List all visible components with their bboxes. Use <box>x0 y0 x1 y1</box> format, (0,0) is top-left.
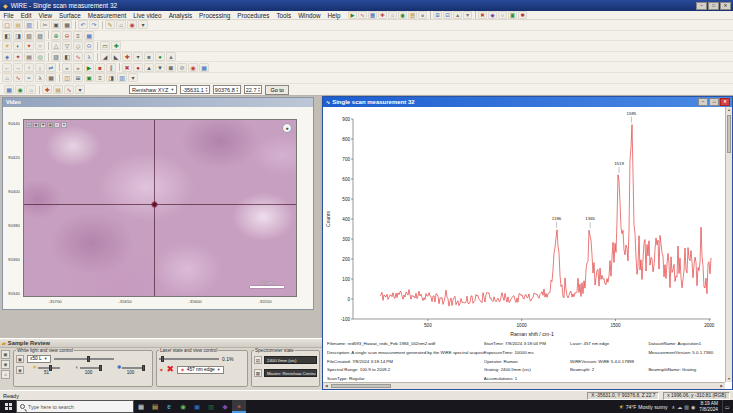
toolbar-icon[interactable]: ▶ <box>348 11 357 19</box>
video-tool-icon[interactable]: ▤ <box>26 122 32 128</box>
toolbar-icon[interactable]: ⊕ <box>51 31 61 40</box>
menu-tools[interactable]: Tools <box>273 12 295 19</box>
toolbar-icon[interactable]: ◧ <box>2 31 12 40</box>
toolbar-icon[interactable]: ▾ <box>138 20 148 29</box>
goto-button[interactable]: Go to <box>265 85 288 95</box>
toolbar-icon[interactable]: ◆ <box>488 11 497 19</box>
slider-thumb[interactable] <box>99 365 102 371</box>
notification-center-icon[interactable]: ▭ <box>722 400 731 413</box>
minimize-button[interactable]: – <box>698 98 708 106</box>
white-light-slider[interactable] <box>54 355 114 362</box>
video-tool-icon[interactable]: ▦ <box>47 122 53 128</box>
toolbar-icon[interactable]: ✦ <box>24 41 34 50</box>
spectrum-window-titlebar[interactable]: ∿ Single scan measurement 32 – □ ✕ <box>323 97 732 107</box>
toolbar-icon[interactable]: ▼ <box>155 63 165 72</box>
maximize-button[interactable]: □ <box>708 2 719 10</box>
video-tool-icon[interactable]: ⌂ <box>54 122 60 128</box>
video-window-titlebar[interactable]: Video <box>3 98 313 107</box>
toolbar-icon[interactable]: ◉ <box>398 11 407 19</box>
toolbar-icon[interactable]: ✚ <box>378 11 387 19</box>
toolbar-icon[interactable]: ▤ <box>408 11 417 19</box>
close-button[interactable]: ✕ <box>720 2 731 10</box>
vertical-scrollbar[interactable]: ▲▼ <box>725 107 732 382</box>
toolbar-icon[interactable]: ● <box>133 63 143 72</box>
coordinate-preset-dropdown[interactable]: Renishaw XYZ▼ <box>129 85 177 94</box>
toolbar-icon[interactable]: ● <box>155 52 165 61</box>
toolbar-icon[interactable]: ⊙ <box>84 41 94 50</box>
toolbar-icon[interactable]: ▲ <box>166 52 176 61</box>
app-icon[interactable]: ◆ <box>218 400 232 413</box>
toolbar-icon[interactable]: ▦ <box>199 63 209 72</box>
toolbar-icon[interactable]: ▣ <box>508 11 517 19</box>
taskbar-clock[interactable]: 8:19 AM 7/8/2024 <box>699 401 718 412</box>
wire-app-icon[interactable]: ✶ <box>232 400 246 413</box>
raman-spectrum-plot[interactable]: -100010020030040050060070080090050010001… <box>323 107 725 339</box>
weather-widget[interactable]: ☀ 74°F Mostly sunny <box>618 403 667 410</box>
toolbar-icon[interactable]: ▣ <box>51 20 61 29</box>
intensity-slider[interactable] <box>122 364 144 370</box>
toolbar-icon[interactable]: ◉ <box>127 20 137 29</box>
slider-thumb[interactable] <box>142 365 145 371</box>
toolbar-icon[interactable]: ▥ <box>117 73 127 82</box>
sample-review-header[interactable]: ▰ Sample Review <box>0 339 322 348</box>
video-tool-icon[interactable]: ◉ <box>33 122 39 128</box>
lamp-slider[interactable] <box>80 364 102 370</box>
toolbar-icon[interactable]: λ <box>84 52 94 61</box>
toolbar-icon[interactable]: ⊟ <box>443 11 452 19</box>
toolbar-icon[interactable]: ✖ <box>478 11 487 19</box>
scroll-up-icon[interactable]: ▲ <box>727 108 730 112</box>
toolbar-icon[interactable]: ◉ <box>188 63 198 72</box>
brightness-slider[interactable] <box>38 364 60 370</box>
laser-icon[interactable]: ✶ <box>159 367 164 373</box>
toolbar-icon[interactable]: ○ <box>35 41 45 50</box>
toolbar-icon[interactable]: ∿ <box>73 52 83 61</box>
toolbar-icon[interactable]: ▦ <box>62 20 72 29</box>
sample-review-tab[interactable]: ◉ <box>1 360 10 369</box>
video-tool-icon[interactable]: ▾ <box>61 122 67 128</box>
toolbar-icon[interactable]: ≡ <box>73 31 83 40</box>
toolbar-icon[interactable]: △ <box>51 41 61 50</box>
stage-x-field[interactable]: -35631.1▲▼ <box>180 85 210 94</box>
toolbar-icon[interactable]: ≡ <box>95 73 105 82</box>
toolbar-icon[interactable]: ▶ <box>84 63 94 72</box>
toolbar-icon[interactable]: ◫ <box>62 73 72 82</box>
toolbar-icon[interactable]: ◨ <box>13 31 23 40</box>
menu-processing[interactable]: Processing <box>196 12 234 19</box>
menu-live-video[interactable]: Live video <box>130 12 165 19</box>
toolbar-icon[interactable]: ■ <box>95 63 105 72</box>
microscope-image[interactable]: ▤◉✚▦⌂▾ ● 10 µm <box>23 119 297 297</box>
toolbar-icon[interactable]: ▤ <box>24 52 34 61</box>
toolbar-icon[interactable]: ✂ <box>40 20 50 29</box>
slider-thumb[interactable] <box>161 356 164 362</box>
toolbar-icon[interactable]: ■ <box>144 52 154 61</box>
spinner-icon[interactable]: ▲▼ <box>236 87 239 92</box>
tray-icon[interactable]: ▥ <box>684 404 689 410</box>
maximize-button[interactable]: □ <box>709 98 719 106</box>
toolbar-icon[interactable]: ✱ <box>518 11 527 19</box>
toolbar-icon[interactable]: ▦ <box>46 73 56 82</box>
toolbar-icon[interactable]: ▦ <box>84 31 94 40</box>
laser-power-slider[interactable] <box>159 355 219 362</box>
toolbar-icon[interactable]: ▨ <box>35 31 45 40</box>
toolbar-icon[interactable]: ← <box>2 63 12 72</box>
excel-icon[interactable]: ▥ <box>204 400 218 413</box>
file-explorer-icon[interactable]: ▤ <box>148 400 162 413</box>
toolbar-icon[interactable]: ∿ <box>64 85 74 94</box>
toolbar-icon[interactable]: ⌂ <box>388 11 397 19</box>
sample-review-tab[interactable]: ⌂ <box>1 370 10 379</box>
scroll-down-icon[interactable]: ▼ <box>727 377 730 381</box>
toolbar-icon[interactable]: ∿ <box>358 11 367 19</box>
toolbar-icon[interactable]: ▾ <box>128 73 138 82</box>
toolbar-icon[interactable]: ≈ <box>24 73 34 82</box>
scroll-right-icon[interactable]: ▶ <box>720 384 723 388</box>
chrome-icon[interactable]: ◉ <box>176 400 190 413</box>
toolbar-icon[interactable]: ▾ <box>75 85 85 94</box>
scrollbar-thumb[interactable] <box>331 384 391 388</box>
laser-shutter-closed-icon[interactable]: ✖ <box>167 365 175 374</box>
spinner-icon[interactable]: ▲▼ <box>205 87 208 92</box>
menu-procedures[interactable]: Procedures <box>234 12 273 19</box>
toolbar-icon[interactable]: ▽ <box>62 41 72 50</box>
start-button[interactable] <box>0 400 16 413</box>
scrollbar-thumb[interactable] <box>727 115 731 153</box>
toolbar-icon[interactable]: ↑ <box>24 63 34 72</box>
